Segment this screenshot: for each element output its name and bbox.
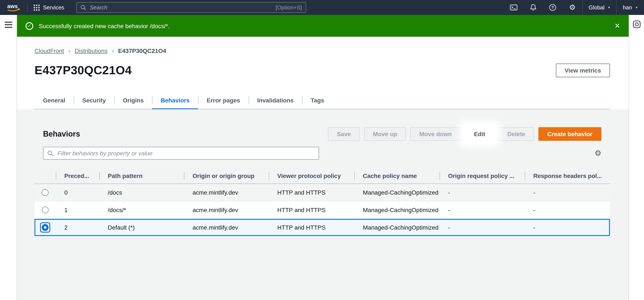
create-behavior-button[interactable]: Create behavior <box>538 127 602 141</box>
side-navigation-collapsed <box>0 15 17 300</box>
filter-behaviors-input[interactable] <box>57 149 315 157</box>
move-up-button[interactable]: Move up <box>364 127 406 141</box>
bell-icon <box>530 4 537 11</box>
behavior-row[interactable]: 1 /docs/* acme.mintlify.dev HTTP and HTT… <box>34 201 610 219</box>
view-metrics-button[interactable]: View metrics <box>556 64 610 77</box>
page-title: E437P30QC21O4 <box>34 64 132 77</box>
cell-origin: acme.mintlify.dev <box>184 207 269 213</box>
search-placeholder: Search <box>90 4 107 11</box>
account-menu[interactable]: han ▼ <box>616 0 644 15</box>
hamburger-menu-icon[interactable] <box>4 22 12 28</box>
cell-precedence: 2 <box>56 224 99 231</box>
delete-button[interactable]: Delete <box>498 127 534 141</box>
cell-response-headers-policy: - <box>525 189 610 196</box>
tab-label: General <box>43 97 65 104</box>
column-header-response-headers-policy: Response headers pol... <box>525 168 610 184</box>
help-button[interactable]: ? <box>543 0 563 15</box>
cell-path-pattern: Default (*) <box>99 224 184 231</box>
cell-origin-request-policy: - <box>440 224 525 231</box>
search-shortcut-hint: [Option+S] <box>276 4 302 11</box>
table-preferences-gear-icon[interactable]: ⚙ <box>594 149 602 157</box>
column-header-precedence: Preced... <box>56 168 99 184</box>
tab-security[interactable]: Security <box>74 92 114 109</box>
search-icon <box>47 150 54 157</box>
aws-console-page: aws Services <box>0 0 644 300</box>
breadcrumb: CloudFront › Distributions › E437P30QC21… <box>34 47 610 54</box>
behaviors-panel: Behaviors Save Move up Move down Edit De… <box>17 109 629 236</box>
behavior-row[interactable]: 0 /docs acme.mintlify.dev HTTP and HTTPS… <box>34 184 610 201</box>
row-select-radio[interactable] <box>42 207 48 213</box>
help-question-icon: ? <box>549 4 556 11</box>
region-selector[interactable]: Global ▼ <box>582 0 616 15</box>
aws-logo[interactable]: aws <box>6 2 21 13</box>
success-check-icon: ✓ <box>26 22 33 30</box>
breadcrumb-distributions-link[interactable]: Distributions <box>75 47 108 54</box>
success-flash-banner: ✓ Successfully created new cache behavio… <box>17 15 629 37</box>
breadcrumb-cloudfront-link[interactable]: CloudFront <box>34 47 64 54</box>
cell-origin: acme.mintlify.dev <box>184 189 269 196</box>
cell-viewer-protocol-policy: HTTP and HTTPS <box>269 189 354 196</box>
region-label: Global <box>589 4 604 11</box>
cell-path-pattern: /docs/* <box>99 207 184 213</box>
tab-error-pages[interactable]: Error pages <box>198 92 248 109</box>
filter-box <box>43 147 319 160</box>
services-menu-button[interactable]: Services <box>28 0 70 15</box>
column-header-path-pattern: Path pattern <box>99 168 184 184</box>
gear-icon: ⚙ <box>569 4 576 11</box>
notifications-button[interactable] <box>524 0 543 15</box>
global-search-input[interactable]: Search [Option+S] <box>76 2 306 13</box>
tab-label: Error pages <box>206 97 240 104</box>
tab-general[interactable]: General <box>34 92 74 109</box>
page-header-section: CloudFront › Distributions › E437P30QC21… <box>17 37 629 109</box>
breadcrumb-separator-icon: › <box>68 47 70 54</box>
cell-cache-policy: Managed-CachingOptimized <box>354 207 440 213</box>
behavior-row-selected[interactable]: 2 Default (*) acme.mintlify.dev HTTP and… <box>34 219 610 236</box>
nav-left-cluster: aws Services <box>0 0 306 15</box>
cell-cache-policy: Managed-CachingOptimized <box>354 224 440 231</box>
title-row: E437P30QC21O4 View metrics <box>34 64 610 77</box>
save-button[interactable]: Save <box>328 127 360 141</box>
flash-close-icon[interactable]: ✕ <box>614 22 620 29</box>
cell-response-headers-policy: - <box>525 224 610 231</box>
tab-tags[interactable]: Tags <box>302 92 333 109</box>
flash-message: Successfully created new cache behavior … <box>39 22 170 29</box>
cell-cache-policy: Managed-CachingOptimized <box>354 189 440 196</box>
svg-text:?: ? <box>552 5 554 10</box>
tab-label: Security <box>82 97 106 104</box>
cell-origin-request-policy: - <box>440 207 525 213</box>
svg-text:aws: aws <box>7 3 18 9</box>
cell-response-headers-policy: - <box>525 207 610 213</box>
cell-origin: acme.mintlify.dev <box>184 224 269 231</box>
tab-label: Origins <box>123 97 144 104</box>
tab-origins[interactable]: Origins <box>114 92 152 109</box>
move-down-button[interactable]: Move down <box>410 127 461 141</box>
aws-logo-icon: aws <box>6 2 21 13</box>
cell-viewer-protocol-policy: HTTP and HTTPS <box>269 224 354 231</box>
nav-right-cluster: ? ⚙ Global ▼ han ▼ <box>504 0 644 15</box>
search-icon <box>80 5 86 11</box>
column-header-cache-policy: Cache policy name <box>354 168 440 184</box>
cloudshell-button[interactable] <box>504 0 524 15</box>
tab-label: Tags <box>311 97 324 104</box>
main-content: CloudFront › Distributions › E437P30QC21… <box>17 37 629 300</box>
behaviors-heading: Behaviors <box>43 129 80 138</box>
tab-behaviors[interactable]: Behaviors <box>152 92 198 109</box>
right-panel-toggle-icon[interactable] <box>632 20 641 29</box>
row-select-radio[interactable] <box>42 189 48 196</box>
cell-precedence: 0 <box>56 189 99 196</box>
row-select-radio-checked[interactable] <box>42 224 48 231</box>
edit-button[interactable]: Edit <box>465 127 494 141</box>
services-grid-icon <box>34 5 40 11</box>
column-header-origin: Origin or origin group <box>184 168 269 184</box>
column-header-origin-request-policy: Origin request policy ... <box>440 168 525 184</box>
behaviors-actions: Save Move up Move down Edit Delete Creat… <box>328 127 602 141</box>
breadcrumb-current: E437P30QC21O4 <box>118 47 166 54</box>
cell-origin-request-policy: - <box>440 189 525 196</box>
settings-button[interactable]: ⚙ <box>563 0 582 15</box>
tab-invalidations[interactable]: Invalidations <box>248 92 302 109</box>
chevron-down-icon: ▼ <box>635 6 638 9</box>
breadcrumb-separator-icon: › <box>112 47 114 54</box>
tab-label: Behaviors <box>161 97 190 104</box>
chevron-down-icon: ▼ <box>608 6 610 9</box>
behaviors-panel-header: Behaviors Save Move up Move down Edit De… <box>34 127 610 141</box>
